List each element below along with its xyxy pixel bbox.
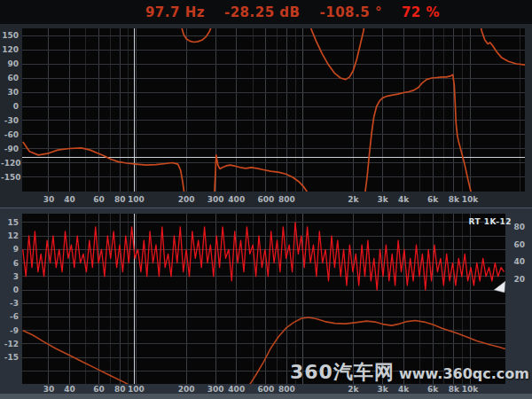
axis-tick-label: 300 xyxy=(204,195,227,204)
level-readout: -28.25 dB xyxy=(224,4,301,20)
axis-tick-label: -90 xyxy=(1,145,19,153)
rt-mode-label: RT 1K-12 xyxy=(468,217,512,226)
axis-tick-label: 4k xyxy=(392,195,415,204)
readout-header-bar: 97.7 Hz -28.25 dB -108.5 ° 72 % xyxy=(0,0,532,24)
axis-tick-label: 40 xyxy=(58,195,81,204)
axis-tick-label: -120 xyxy=(1,159,19,168)
axis-tick-label: 100 xyxy=(124,385,147,394)
axis-tick-label: 200 xyxy=(175,195,198,204)
axis-tick-label: 2k xyxy=(341,195,364,204)
axis-tick-label: -9 xyxy=(1,326,19,335)
phase-trace xyxy=(309,28,365,80)
axis-tick-label: 0 xyxy=(1,286,19,294)
axis-tick-label: 600 xyxy=(254,385,278,394)
axis-tick-label: -60 xyxy=(1,130,19,139)
axis-tick-label: 400 xyxy=(225,195,248,204)
rt-jagged-trace xyxy=(23,223,505,290)
mouse-cursor-icon xyxy=(491,278,509,296)
axis-tick-label: 30 xyxy=(1,88,19,97)
bottom-chrome-strip xyxy=(0,394,532,399)
watermark-url: www.360qc.com xyxy=(399,365,529,382)
axis-tick-label: 100 xyxy=(124,195,147,204)
axis-tick-label: 15 xyxy=(1,218,19,227)
axis-tick-label: -15 xyxy=(1,353,19,362)
axis-tick-label: 3k xyxy=(372,195,395,204)
axis-tick-label: 0 xyxy=(1,102,19,111)
axis-tick-label: -12 xyxy=(1,340,19,348)
axis-tick-label: -150 xyxy=(1,173,19,182)
axis-tick-label: 10k xyxy=(458,195,481,204)
axis-tick-label: 10k xyxy=(458,385,481,394)
axis-tick-label: 60 xyxy=(88,195,111,204)
percent-readout: 72 % xyxy=(402,4,440,20)
phase-plot-area[interactable] xyxy=(22,28,525,192)
axis-tick-label: 90 xyxy=(1,59,19,68)
axis-tick-label: 60 xyxy=(88,385,111,394)
axis-tick-label: 800 xyxy=(275,385,298,394)
frequency-readout: 97.7 Hz xyxy=(145,4,205,20)
axis-tick-label: 80 xyxy=(509,223,525,231)
axis-tick-label: 200 xyxy=(175,385,198,394)
analyzer-window: 97.7 Hz -28.25 dB -108.5 ° 72 % RT 1K-12… xyxy=(0,0,532,399)
axis-tick-label: 2k xyxy=(341,385,364,394)
axis-tick-label: 120 xyxy=(1,45,19,54)
axis-tick-label: 800 xyxy=(275,195,298,204)
axis-tick-label: 60 xyxy=(509,240,525,249)
phase-trace xyxy=(215,155,308,192)
axis-tick-label: -30 xyxy=(1,116,19,125)
axis-tick-label: -6 xyxy=(1,312,19,321)
axis-tick-label: -3 xyxy=(1,299,19,308)
watermark: 360汽车网 www.360qc.com xyxy=(290,359,529,386)
axis-tick-label: 30 xyxy=(37,385,60,394)
axis-tick-label: 6 xyxy=(1,259,19,268)
phase-readout: -108.5 ° xyxy=(320,4,382,20)
axis-tick-label: 600 xyxy=(254,195,278,204)
axis-tick-label: 9 xyxy=(1,245,19,254)
axis-tick-label: 300 xyxy=(204,385,227,394)
axis-tick-label: 150 xyxy=(1,31,19,40)
axis-tick-label: 40 xyxy=(509,257,525,266)
axis-tick-label: 30 xyxy=(37,195,60,204)
phase-trace xyxy=(480,28,525,65)
axis-tick-label: 60 xyxy=(1,74,19,82)
axis-tick-label: 3 xyxy=(1,272,19,281)
watermark-brand: 360汽车网 xyxy=(290,361,395,383)
axis-tick-label: 12 xyxy=(1,231,19,240)
axis-tick-label: 4k xyxy=(392,385,415,394)
axis-tick-label: 400 xyxy=(225,385,248,394)
axis-tick-label: 20 xyxy=(509,275,525,284)
axis-tick-label: 40 xyxy=(58,385,81,394)
axis-tick-label: 6k xyxy=(421,385,444,394)
axis-tick-label: 3k xyxy=(372,385,395,394)
axis-tick-label: 6k xyxy=(421,195,444,204)
